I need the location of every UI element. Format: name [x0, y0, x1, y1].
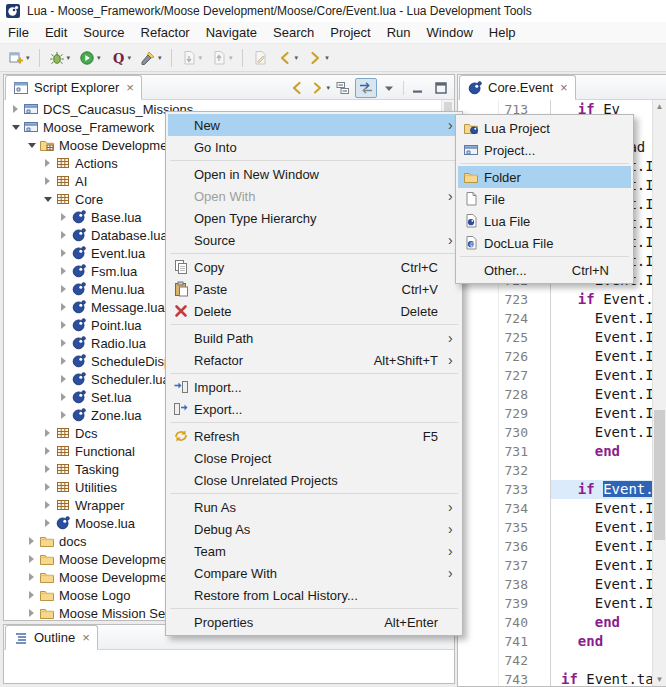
line-number[interactable]: 731: [499, 442, 551, 461]
dropdown-arrow-icon[interactable]: ▾: [128, 54, 132, 62]
line-number[interactable]: 732: [499, 461, 551, 480]
context-menu-item-team[interactable]: Team›: [168, 540, 460, 562]
new-submenu-item-doclua-file[interactable]: @DocLua File: [458, 232, 631, 254]
line-number[interactable]: 733: [499, 480, 551, 499]
scrollbar-thumb[interactable]: [654, 410, 665, 540]
expand-arrow-icon[interactable]: [24, 591, 39, 599]
context-menu-item-properties[interactable]: PropertiesAlt+Enter: [168, 611, 460, 633]
annotation-ruler[interactable]: [458, 347, 499, 366]
back-button[interactable]: ▾: [273, 46, 303, 70]
expand-arrow-icon[interactable]: [40, 197, 55, 202]
annotation-ruler[interactable]: [458, 632, 499, 651]
menu-navigate[interactable]: Navigate: [198, 23, 265, 42]
maximize-button[interactable]: [430, 78, 452, 98]
annotation-ruler[interactable]: [458, 613, 499, 632]
forward-button[interactable]: ▾: [309, 78, 331, 98]
dropdown-arrow-icon[interactable]: ▾: [199, 54, 203, 62]
code-text[interactable]: Event.I: [551, 423, 653, 442]
menu-search[interactable]: Search: [265, 23, 322, 42]
annotation-ruler[interactable]: [458, 328, 499, 347]
forward-button[interactable]: ▾: [303, 46, 333, 70]
new-submenu-item-other[interactable]: Other...Ctrl+N: [458, 259, 631, 281]
code-text[interactable]: Event.I: [551, 594, 653, 613]
back-button[interactable]: [286, 78, 308, 98]
code-text[interactable]: end: [551, 632, 653, 651]
expand-arrow-icon[interactable]: [24, 555, 39, 563]
code-text[interactable]: [551, 651, 653, 670]
line-number[interactable]: 738: [499, 575, 551, 594]
context-menu-item-source[interactable]: Source›: [168, 229, 460, 251]
context-menu-item-run-as[interactable]: Run As›: [168, 496, 460, 518]
line-number[interactable]: 739: [499, 594, 551, 613]
new-submenu-item-project[interactable]: Project...: [458, 139, 631, 161]
code-text[interactable]: Event.I: [551, 347, 653, 366]
annotation-ruler[interactable]: [458, 651, 499, 670]
code-text[interactable]: Event.I: [551, 537, 653, 556]
context-menu-item-open-type-hierarchy[interactable]: Open Type Hierarchy: [168, 207, 460, 229]
expand-arrow-icon[interactable]: [40, 519, 55, 527]
dropdown-arrow-icon[interactable]: ▾: [295, 54, 299, 62]
expand-arrow-icon[interactable]: [56, 249, 71, 257]
line-number[interactable]: 737: [499, 556, 551, 575]
expand-arrow-icon[interactable]: [40, 159, 55, 167]
app-icon[interactable]: [5, 3, 21, 19]
debug-button[interactable]: ▾: [45, 46, 75, 70]
expand-arrow-icon[interactable]: [40, 501, 55, 509]
code-text[interactable]: Event.I: [551, 385, 653, 404]
context-menu-item-close-project[interactable]: Close Project: [168, 447, 460, 469]
expand-arrow-icon[interactable]: [24, 573, 39, 581]
menu-run[interactable]: Run: [379, 23, 419, 42]
expand-arrow-icon[interactable]: [8, 125, 23, 130]
expand-arrow-icon[interactable]: [40, 177, 55, 185]
context-menu-item-build-path[interactable]: Build Path›: [168, 327, 460, 349]
scroll-down-icon[interactable]: ▼: [653, 673, 666, 686]
annotation-ruler[interactable]: [458, 556, 499, 575]
code-text[interactable]: Event.I: [551, 309, 653, 328]
dropdown-arrow-icon[interactable]: ▾: [229, 54, 233, 62]
new-submenu-item-lua-project[interactable]: Lua Project: [458, 117, 631, 139]
dropdown-arrow-icon[interactable]: ▾: [158, 54, 162, 62]
context-menu-item-refresh[interactable]: RefreshF5: [168, 425, 460, 447]
expand-arrow-icon[interactable]: [56, 393, 71, 401]
expand-arrow-icon[interactable]: [40, 429, 55, 437]
collapse-all-button[interactable]: [332, 78, 354, 98]
context-menu-item-new[interactable]: New›: [168, 114, 460, 136]
expand-arrow-icon[interactable]: [56, 213, 71, 221]
menu-help[interactable]: Help: [481, 23, 524, 42]
line-number[interactable]: 742: [499, 651, 551, 670]
code-text[interactable]: Event.I: [551, 404, 653, 423]
expand-arrow-icon[interactable]: [40, 483, 55, 491]
line-number[interactable]: 743: [499, 670, 551, 686]
tab-script-explorer[interactable]: Script Explorer ×: [5, 75, 142, 100]
line-number[interactable]: 724: [499, 309, 551, 328]
annotation-ruler[interactable]: [458, 366, 499, 385]
annotation-ruler[interactable]: [458, 499, 499, 518]
context-menu-item-import[interactable]: Import...: [168, 376, 460, 398]
line-number[interactable]: 741: [499, 632, 551, 651]
annotation-ruler[interactable]: [458, 480, 499, 499]
code-text[interactable]: if Event.ta: [551, 670, 653, 686]
expand-arrow-icon[interactable]: [56, 231, 71, 239]
annotation-ruler[interactable]: [458, 423, 499, 442]
expand-arrow-icon[interactable]: [40, 447, 55, 455]
code-text[interactable]: Event.I: [551, 499, 653, 518]
code-text[interactable]: if Event.: [551, 480, 653, 499]
line-number[interactable]: 725: [499, 328, 551, 347]
code-text[interactable]: Event.I: [551, 575, 653, 594]
line-number[interactable]: 723: [499, 290, 551, 309]
line-number[interactable]: 735: [499, 518, 551, 537]
view-menu-button[interactable]: [378, 78, 400, 98]
editor-scrollbar[interactable]: ▲ ▼: [652, 100, 666, 686]
context-menu-item-open-in-new-window[interactable]: Open in New Window: [168, 163, 460, 185]
line-number[interactable]: 736: [499, 537, 551, 556]
context-menu-item-paste[interactable]: PasteCtrl+V: [168, 278, 460, 300]
expand-arrow-icon[interactable]: [24, 537, 39, 545]
annotation-ruler[interactable]: [458, 404, 499, 423]
annotation-ruler[interactable]: [458, 385, 499, 404]
profile-button[interactable]: Q▾: [106, 46, 136, 70]
scroll-up-icon[interactable]: ▲: [653, 100, 666, 113]
context-menu-item-delete[interactable]: DeleteDelete: [168, 300, 460, 322]
link-with-editor-button[interactable]: [355, 78, 377, 98]
annotation-ruler[interactable]: [458, 575, 499, 594]
search-button[interactable]: ▾: [136, 46, 166, 70]
